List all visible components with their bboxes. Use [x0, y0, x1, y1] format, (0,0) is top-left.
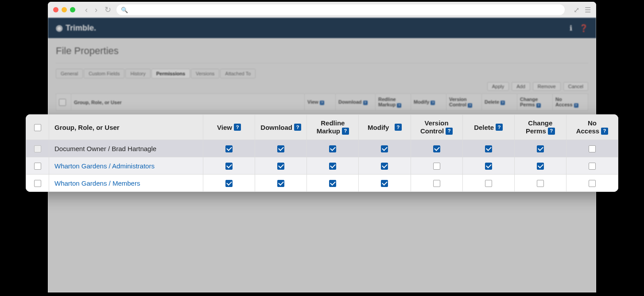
- perm-checkbox-view[interactable]: [225, 145, 233, 152]
- help-icon[interactable]: ?: [234, 124, 241, 131]
- tab-permissions[interactable]: Permissions: [151, 69, 190, 78]
- perm-checkbox-download[interactable]: [277, 163, 284, 170]
- tab-history[interactable]: History: [125, 69, 150, 78]
- col-header-no-access: NoAccess?: [566, 115, 618, 140]
- page-title: File Properties: [56, 45, 588, 57]
- cancel-button[interactable]: Cancel: [563, 82, 588, 91]
- url-bar[interactable]: 🔍: [116, 4, 565, 15]
- brand-icon: ◉: [56, 23, 63, 33]
- bg-col-name: Group, Role, or User: [71, 94, 305, 111]
- perm-checkbox-redline[interactable]: [329, 145, 336, 152]
- perm-checkbox-modify[interactable]: [381, 163, 388, 170]
- table-row: Wharton Gardens / Administrators: [26, 157, 618, 175]
- perm-checkbox-redline[interactable]: [329, 180, 336, 187]
- col-header-change-perms: ChangePerms?: [514, 115, 566, 140]
- perm-checkbox-change[interactable]: [537, 180, 544, 187]
- perm-checkbox-delete[interactable]: [485, 163, 492, 170]
- app-header: ◉ Trimble. ℹ ❓: [48, 18, 596, 38]
- expand-icon[interactable]: ⤢: [574, 6, 579, 14]
- permissions-panel: Group, Role, or User View? Download? Red…: [26, 114, 618, 192]
- perm-checkbox-version[interactable]: [433, 180, 440, 187]
- row-name[interactable]: Wharton Gardens / Members: [49, 175, 203, 192]
- traffic-lights: [53, 7, 75, 12]
- help-icon[interactable]: ?: [548, 128, 555, 135]
- tab-attached-to[interactable]: Attached To: [220, 69, 256, 78]
- permissions-table: Group, Role, or User View? Download? Red…: [26, 114, 618, 192]
- perm-checkbox-noaccess[interactable]: [589, 145, 596, 152]
- table-row: Wharton Gardens / Members: [26, 175, 618, 192]
- apply-button[interactable]: Apply: [487, 82, 509, 91]
- col-header-modify: Modify ?: [359, 115, 411, 140]
- tab-general[interactable]: General: [56, 69, 83, 78]
- tab-bar: General Custom Fields History Permission…: [56, 69, 588, 78]
- perm-checkbox-change[interactable]: [537, 145, 544, 152]
- row-select-checkbox[interactable]: [34, 145, 41, 152]
- perm-checkbox-download[interactable]: [277, 180, 284, 187]
- select-all-checkbox[interactable]: [34, 124, 41, 131]
- perm-checkbox-view[interactable]: [225, 180, 233, 187]
- brand-text: Trimble.: [66, 23, 96, 33]
- perm-checkbox-noaccess[interactable]: [589, 180, 596, 187]
- row-name[interactable]: Wharton Gardens / Administrators: [49, 157, 203, 175]
- row-select-checkbox[interactable]: [34, 163, 41, 170]
- col-header-redline: RedlineMarkup?: [307, 115, 359, 140]
- browser-toolbar: ‹ › ↻ 🔍 ⤢ ☰: [48, 2, 596, 18]
- perm-checkbox-version[interactable]: [433, 145, 440, 152]
- help-icon[interactable]: ❓: [579, 24, 588, 32]
- col-header-download: Download?: [255, 115, 307, 140]
- brand-logo: ◉ Trimble.: [56, 23, 96, 33]
- menu-icon[interactable]: ☰: [585, 6, 591, 14]
- add-button[interactable]: Add: [512, 82, 530, 91]
- perm-checkbox-redline[interactable]: [329, 163, 336, 170]
- perm-checkbox-modify[interactable]: [381, 180, 388, 187]
- help-icon[interactable]: ?: [294, 124, 301, 131]
- perm-checkbox-delete[interactable]: [485, 145, 492, 152]
- close-window-button[interactable]: [53, 7, 58, 12]
- minimize-window-button[interactable]: [62, 7, 67, 12]
- bg-select-all[interactable]: [59, 99, 66, 106]
- col-header-name: Group, Role, or User: [49, 115, 203, 140]
- perm-checkbox-view[interactable]: [225, 163, 233, 170]
- maximize-window-button[interactable]: [70, 7, 75, 12]
- reload-button[interactable]: ↻: [103, 5, 113, 15]
- help-icon[interactable]: ?: [601, 128, 608, 135]
- help-icon[interactable]: ?: [496, 124, 503, 131]
- perm-checkbox-download[interactable]: [277, 145, 284, 152]
- back-button[interactable]: ‹: [83, 5, 89, 15]
- perm-checkbox-delete[interactable]: [485, 180, 492, 187]
- perm-checkbox-change[interactable]: [537, 163, 544, 170]
- perm-checkbox-noaccess[interactable]: [589, 163, 596, 170]
- help-icon[interactable]: ?: [446, 128, 453, 135]
- perm-checkbox-version[interactable]: [433, 163, 440, 170]
- tab-custom-fields[interactable]: Custom Fields: [84, 69, 124, 78]
- info-icon[interactable]: ℹ: [570, 24, 572, 32]
- table-row: Document Owner / Brad Hartnagle: [26, 140, 618, 157]
- bg-permissions-table: Group, Role, or User View? Download? Red…: [56, 93, 588, 111]
- divider: [56, 63, 588, 63]
- tab-versions[interactable]: Versions: [191, 69, 219, 78]
- forward-button[interactable]: ›: [93, 5, 99, 15]
- help-icon[interactable]: ?: [342, 128, 349, 135]
- help-icon[interactable]: ?: [395, 124, 402, 131]
- remove-button[interactable]: Remove: [533, 82, 561, 91]
- col-header-delete: Delete?: [462, 115, 514, 140]
- perm-checkbox-modify[interactable]: [381, 145, 388, 152]
- row-select-checkbox[interactable]: [34, 180, 41, 187]
- row-name: Document Owner / Brad Hartnagle: [49, 140, 203, 157]
- col-header-version: VersionControl?: [411, 115, 462, 140]
- col-header-view: View?: [203, 115, 255, 140]
- search-icon: 🔍: [121, 7, 128, 13]
